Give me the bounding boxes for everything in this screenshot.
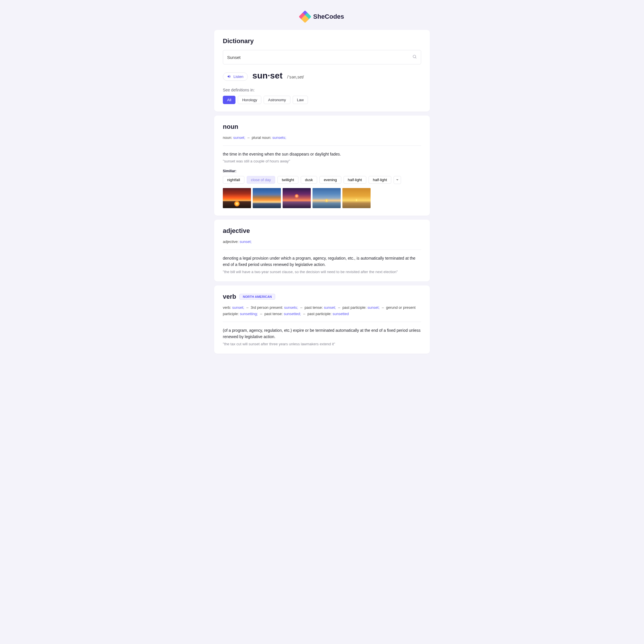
- search-icon[interactable]: [412, 54, 417, 60]
- category-chips-row: All Horology Astronomy Law: [223, 96, 421, 104]
- verb-forms: verb: sunset; – 3rd person present: suns…: [223, 304, 421, 317]
- category-chip-law[interactable]: Law: [293, 96, 308, 104]
- part-of-speech-card-adjective: adjective adjective: sunset; denoting a …: [214, 220, 430, 281]
- noun-definition: the time in the evening when the sun dis…: [223, 151, 421, 157]
- region-tag: NORTH AMERICAN: [239, 294, 275, 300]
- part-of-speech-card-noun: noun noun: sunset; – plural noun: sunset…: [214, 116, 430, 216]
- see-definitions-label: See definitions in:: [223, 88, 421, 92]
- volume-icon: [227, 74, 231, 78]
- expand-similar-button[interactable]: [394, 176, 401, 184]
- images-row: [223, 188, 421, 208]
- page-title: Dictionary: [223, 37, 421, 45]
- similar-chip[interactable]: evening: [319, 176, 341, 184]
- logo-mark-icon: [300, 11, 310, 22]
- similar-chip[interactable]: half-light: [369, 176, 391, 184]
- headword: sun·set: [252, 71, 283, 81]
- brand-logo: SheCodes: [214, 11, 430, 22]
- image-thumbnail[interactable]: [253, 188, 281, 208]
- search-card: Dictionary Listen sun·set /ˈsənˌset/ See…: [214, 30, 430, 112]
- logo-text: SheCodes: [313, 13, 344, 20]
- noun-example: "sunset was still a couple of hours away…: [223, 159, 421, 163]
- similar-label: Similiar:: [223, 169, 421, 173]
- search-field-wrap[interactable]: [223, 50, 421, 64]
- search-input[interactable]: [227, 55, 412, 60]
- image-thumbnail[interactable]: [283, 188, 311, 208]
- adjective-definition: denoting a legal provision under which a…: [223, 255, 421, 268]
- listen-label: Listen: [233, 74, 244, 79]
- pos-heading-adjective: adjective: [223, 227, 421, 235]
- image-thumbnail[interactable]: [313, 188, 341, 208]
- pos-heading-verb: verb: [223, 293, 236, 300]
- svg-line-1: [415, 57, 416, 58]
- pos-heading-noun: noun: [223, 123, 421, 131]
- chevron-down-icon: [396, 178, 399, 181]
- verb-definition: (of a program, agency, regulation, etc.)…: [223, 327, 421, 340]
- adjective-forms: adjective: sunset;: [223, 239, 421, 245]
- category-chip-astronomy[interactable]: Astronomy: [264, 96, 290, 104]
- similar-chip[interactable]: dusk: [301, 176, 317, 184]
- part-of-speech-card-verb: verb NORTH AMERICAN verb: sunset; – 3rd …: [214, 285, 430, 354]
- similar-chip[interactable]: twillight: [277, 176, 298, 184]
- similar-chips-row: nightfall close of day twillight dusk ev…: [223, 176, 421, 184]
- image-thumbnail[interactable]: [342, 188, 371, 208]
- adjective-example: "the bill will have a two-year sunset cl…: [223, 270, 421, 274]
- similar-chip[interactable]: half-light: [344, 176, 366, 184]
- phonetic: /ˈsənˌset/: [287, 75, 304, 79]
- category-chip-all[interactable]: All: [223, 96, 235, 104]
- image-thumbnail[interactable]: [223, 188, 251, 208]
- svg-point-0: [413, 55, 416, 58]
- verb-example: "the tax cut will sunset after three yea…: [223, 342, 421, 346]
- noun-forms: noun: sunset; – plural noun: sunsets;: [223, 135, 421, 141]
- listen-button[interactable]: Listen: [223, 72, 248, 81]
- similar-chip[interactable]: close of day: [247, 176, 275, 184]
- similar-chip[interactable]: nightfall: [223, 176, 244, 184]
- category-chip-horology[interactable]: Horology: [238, 96, 261, 104]
